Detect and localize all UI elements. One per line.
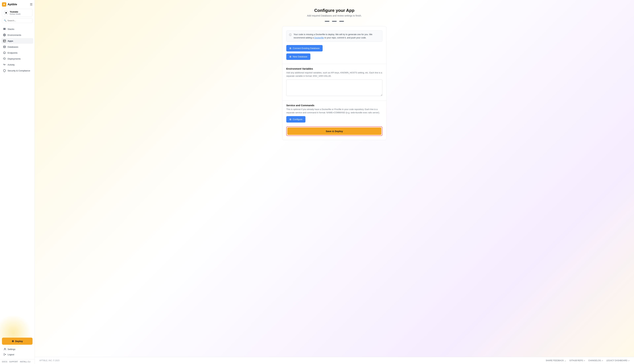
plus-circle-icon-new: ⊕ — [289, 55, 291, 58]
new-database-button[interactable]: ⊕ New Database — [286, 54, 310, 60]
box-icon — [3, 40, 6, 42]
connect-db-label: Connect Existing Database — [293, 47, 320, 50]
new-db-label: New Database — [293, 56, 307, 58]
database-icon — [3, 45, 6, 48]
bell-icon — [3, 51, 6, 54]
stacks-label: Stacks — [8, 28, 14, 30]
settings-nav-item[interactable]: Settings — [2, 347, 33, 352]
search-box[interactable]: 🔍 — [2, 18, 33, 23]
github-repo-link[interactable]: GITHUB REPO ↗ — [569, 360, 585, 362]
chevron-down-icon: ⌄ — [564, 360, 566, 362]
install-cli-link[interactable]: INSTALL CLI — [20, 361, 31, 363]
database-buttons: ⊕ Connect Existing Database ⊕ New Databa… — [286, 45, 382, 60]
svg-rect-7 — [3, 40, 6, 42]
svg-point-9 — [5, 348, 6, 349]
sidebar-bottom-links: DOCS SUPPORT INSTALL CLI — [0, 359, 35, 364]
aptible-logo-icon — [2, 2, 6, 6]
search-input[interactable] — [8, 19, 31, 22]
deploy-button[interactable]: ⊕ Deploy — [2, 338, 33, 345]
save-deploy-button[interactable]: Save & Deploy — [287, 128, 381, 135]
env-vars-section: Environment Variables Add any additional… — [286, 67, 382, 100]
support-link[interactable]: SUPPORT — [9, 361, 18, 363]
page-title: Configure your App — [282, 8, 387, 13]
legacy-dashboard-label: LEGACY DASHBOARD — [606, 360, 627, 362]
databases-label: Databases — [8, 46, 18, 48]
activity-label: Activity — [8, 64, 15, 66]
main-footer: APTIBLE, INC. © 2023 SHARE FEEDBACK ⌄ GI… — [35, 357, 634, 364]
sidebar-item-environments[interactable]: Environments — [1, 32, 33, 38]
logout-label: Logout — [8, 353, 14, 356]
legacy-dashboard-link[interactable]: LEGACY DASHBOARD ↗ — [606, 360, 629, 362]
deploy-label: Deploy — [15, 340, 23, 342]
settings-label: Settings — [8, 348, 15, 350]
share-feedback-link[interactable]: SHARE FEEDBACK ⌄ — [546, 360, 566, 362]
logout-icon — [4, 353, 6, 356]
changelog-label: CHANGELOG — [588, 360, 601, 362]
svg-rect-3 — [3, 28, 6, 28]
plus-circle-icon-configure: ⊕ — [289, 118, 291, 121]
workspace-selector[interactable]: ■ Youtube Kishan Sheth — [2, 9, 33, 16]
plus-circle-icon: ⊕ — [12, 340, 14, 343]
sidebar-item-databases[interactable]: Databases — [1, 44, 33, 50]
github-repo-label: GITHUB REPO — [569, 360, 583, 362]
main-nav: Stacks Environments Apps D — [0, 26, 35, 336]
plus-circle-icon-connect: ⊕ — [289, 47, 291, 50]
workspace-user: Kishan Sheth — [10, 13, 31, 15]
env-vars-title: Environment Variables — [286, 67, 382, 70]
env-vars-textarea[interactable] — [286, 80, 382, 96]
main-content: Configure your App Add required Database… — [35, 0, 634, 357]
dockerfile-link[interactable]: Dockerfile — [314, 36, 324, 39]
logo-text: Aptible — [8, 3, 17, 6]
menu-toggle[interactable]: ☰ — [30, 3, 33, 6]
sidebar-item-apps[interactable]: Apps — [1, 38, 33, 44]
docs-link[interactable]: DOCS — [2, 361, 7, 363]
external-link-icon-2: ↗ — [602, 360, 603, 362]
environments-label: Environments — [8, 34, 21, 36]
external-link-icon-3: ↗ — [628, 360, 629, 362]
apps-label: Apps — [8, 40, 13, 42]
endpoints-label: Endpoints — [8, 52, 18, 54]
person-icon — [4, 348, 6, 350]
globe-icon — [3, 34, 6, 36]
security-label: Security & Compliance — [8, 70, 30, 72]
layers-icon — [3, 28, 6, 30]
services-description: This is optional if you already have a D… — [286, 108, 382, 114]
progress-indicator — [282, 21, 387, 22]
workspace-name: Youtube — [10, 10, 31, 13]
info-text-after: to your repo, commit it, and push your c… — [324, 36, 366, 39]
progress-step-2 — [332, 21, 337, 22]
configure-label: Configure — [293, 118, 302, 120]
svg-rect-1 — [3, 29, 6, 30]
sidebar: Aptible ☰ ■ Youtube Kishan Sheth 🔍 — [0, 0, 35, 364]
share-feedback-label: SHARE FEEDBACK — [546, 360, 564, 362]
activity-icon — [3, 63, 6, 66]
changelog-link[interactable]: CHANGELOG ↗ — [588, 360, 603, 362]
configure-button[interactable]: ⊕ Configure — [286, 116, 305, 122]
save-deploy-wrapper: Save & Deploy — [286, 126, 382, 136]
logo[interactable]: Aptible — [2, 2, 17, 6]
sidebar-item-deployments[interactable]: Deployments — [1, 56, 33, 62]
services-title: Service and Commands — [286, 104, 382, 107]
info-banner: ⓘ Your code is missing a Dockerfile to d… — [286, 30, 382, 42]
configure-card: ⓘ Your code is missing a Dockerfile to d… — [282, 26, 387, 140]
sidebar-item-stacks[interactable]: Stacks — [1, 26, 33, 32]
progress-step-3 — [339, 21, 344, 22]
sidebar-item-activity[interactable]: Activity — [1, 62, 33, 68]
shield-icon — [3, 69, 6, 72]
env-vars-description: Add any additional required variables, s… — [286, 71, 382, 78]
logout-nav-item[interactable]: Logout — [2, 352, 33, 357]
svg-rect-2 — [3, 29, 6, 29]
footer-right: SHARE FEEDBACK ⌄ GITHUB REPO ↗ CHANGELOG… — [546, 360, 629, 362]
services-section: Service and Commands This is optional if… — [286, 104, 382, 122]
deployments-label: Deployments — [8, 58, 21, 60]
sidebar-item-security[interactable]: Security & Compliance — [1, 68, 33, 74]
copyright: APTIBLE, INC. © 2023 — [39, 360, 60, 362]
search-icon: 🔍 — [4, 19, 7, 22]
progress-step-1 — [325, 21, 329, 22]
upload-cloud-icon — [3, 57, 6, 60]
sidebar-item-endpoints[interactable]: Endpoints — [1, 50, 33, 56]
page-subtitle: Add required Databases and review settin… — [282, 14, 387, 17]
section-divider-1 — [282, 64, 386, 64]
connect-existing-db-button[interactable]: ⊕ Connect Existing Database — [286, 45, 323, 52]
external-link-icon-1: ↗ — [584, 360, 585, 362]
